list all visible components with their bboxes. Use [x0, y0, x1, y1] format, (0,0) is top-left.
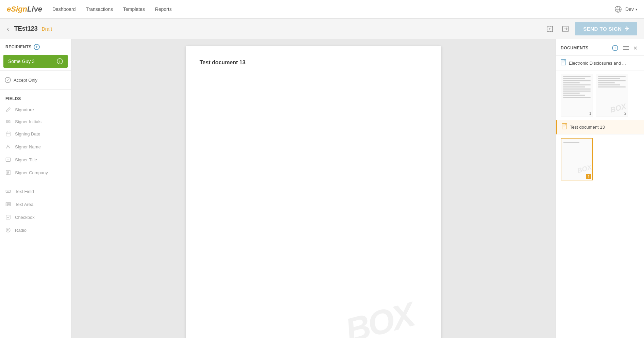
field-signer-company[interactable]: Signer Company	[0, 166, 71, 179]
thumbnail-disclosures-page1[interactable]: 1	[561, 74, 593, 116]
nav-templates[interactable]: Templates	[123, 6, 145, 12]
svg-point-9	[7, 145, 9, 147]
svg-rect-10	[6, 158, 10, 162]
thumb-line	[598, 82, 615, 83]
field-signer-title[interactable]: Signer Title	[0, 153, 71, 166]
language-icon[interactable]	[614, 5, 622, 13]
add-recipient-button[interactable]: +	[34, 44, 40, 50]
document-entry-disclosures-header[interactable]: Electronic Disclosures and ...	[556, 56, 644, 70]
recipient-name: Some Guy 3	[8, 59, 35, 64]
field-checkbox[interactable]: Checkbox	[0, 211, 71, 224]
thumb-line	[598, 76, 626, 77]
menu-icon	[623, 46, 629, 50]
badge-icon	[5, 156, 12, 163]
field-text-area-label: Text Area	[15, 202, 33, 207]
thumb-line	[598, 80, 626, 81]
sidebar-divider-2	[0, 89, 71, 90]
field-signer-title-label: Signer Title	[15, 157, 37, 162]
documents-panel-title: DOCUMENTS	[561, 46, 610, 50]
field-signature-label: Signature	[15, 107, 34, 112]
send-to-sign-label: SEND TO SIGN	[583, 26, 622, 32]
field-signing-date[interactable]: Signing Date	[0, 127, 71, 140]
field-text-area[interactable]: Text Area	[0, 198, 71, 211]
thumb-line	[563, 86, 585, 87]
building-icon	[5, 169, 12, 176]
check-circle-icon: ✓	[5, 77, 11, 83]
svg-rect-18	[6, 215, 10, 219]
logo-sign: Sign	[11, 5, 27, 13]
sub-actions: SEND TO SIGN ✈	[544, 22, 637, 35]
document-name-testdoc13: Test document 13	[570, 125, 605, 130]
nav-dashboard[interactable]: Dashboard	[52, 6, 76, 12]
svg-rect-22	[562, 124, 567, 129]
sidebar-divider-3	[0, 182, 71, 182]
field-signature[interactable]: Signature	[0, 103, 71, 116]
field-initials-label: Signer Initials	[15, 119, 41, 124]
recipients-label: RECIPIENTS	[5, 45, 32, 49]
add-document-icon: +	[614, 46, 616, 50]
add-document-button[interactable]: +	[612, 45, 618, 51]
close-icon: ✕	[633, 45, 638, 51]
thumb-line	[563, 93, 580, 94]
user-name: Dev	[625, 6, 634, 12]
thumb-line	[563, 95, 585, 96]
thumb-watermark-active: BOX	[576, 163, 592, 175]
nav-reports[interactable]: Reports	[155, 6, 172, 12]
document-viewer: Test document 13 BOX	[71, 39, 556, 338]
thumb-line	[598, 86, 626, 87]
thumb-line	[563, 88, 591, 90]
main-layout: RECIPIENTS + Some Guy 3 i ✓ Accept Only …	[0, 39, 644, 338]
fields-label: FIELDS	[5, 96, 21, 101]
radio-icon	[5, 227, 12, 234]
thumb-line	[563, 142, 579, 143]
field-signer-name[interactable]: Signer Name	[0, 140, 71, 153]
share-icon-btn[interactable]	[559, 23, 572, 35]
fields-section-header: FIELDS	[0, 92, 71, 103]
field-signer-initials[interactable]: SG Signer Initials	[0, 116, 71, 127]
thumbnail-disclosures-page2[interactable]: BOX 2	[596, 74, 628, 116]
field-text-field-label: Text Field	[15, 189, 34, 194]
nav-transactions[interactable]: Transactions	[86, 6, 113, 12]
documents-panel-header: DOCUMENTS + ✕	[556, 39, 644, 56]
document-file-icon	[561, 59, 566, 67]
close-panel-button[interactable]: ✕	[631, 44, 639, 52]
thumb-line	[563, 91, 591, 92]
back-icon: ‹	[7, 25, 9, 33]
document-entry-testdoc13-header[interactable]: Test document 13	[556, 120, 644, 134]
thumbnail-content	[561, 74, 593, 101]
thumbnail-testdoc13-page1[interactable]: BOX 1	[561, 138, 593, 180]
page-number: 2	[624, 111, 626, 115]
documents-menu-button[interactable]	[623, 46, 629, 50]
logo-e: e	[7, 5, 11, 13]
field-signer-company-label: Signer Company	[15, 170, 48, 175]
sg-icon: SG	[5, 120, 12, 124]
send-to-sign-button[interactable]: SEND TO SIGN ✈	[575, 22, 637, 35]
top-navigation: eSignLive Dashboard Transactions Templat…	[0, 0, 644, 19]
thumb-line	[563, 76, 591, 77]
user-menu[interactable]: Dev ▾	[625, 6, 637, 12]
svg-point-20	[7, 229, 9, 231]
logo[interactable]: eSignLive	[7, 5, 42, 14]
field-text-field[interactable]: Text Field	[0, 185, 71, 198]
document-file-icon-active	[562, 123, 567, 131]
add-recipient-icon: +	[35, 45, 38, 49]
thumbnail-content	[561, 139, 592, 146]
documents-panel: DOCUMENTS + ✕	[556, 39, 644, 338]
document-thumbnails-testdoc13: BOX 1	[556, 134, 644, 184]
document-title: Test document 13	[200, 60, 427, 66]
settings-icon-btn[interactable]	[544, 23, 556, 35]
document-name-disclosures: Electronic Disclosures and ...	[569, 61, 626, 66]
thumb-line	[563, 80, 591, 81]
thumb-line	[563, 97, 591, 98]
svg-rect-5	[6, 132, 10, 136]
person-icon	[5, 143, 12, 150]
recipient-info-icon[interactable]: i	[57, 58, 63, 64]
accept-only-item[interactable]: ✓ Accept Only	[0, 74, 71, 86]
field-radio[interactable]: Radio	[0, 224, 71, 237]
document-thumbnails-disclosures: 1 BOX 2	[556, 70, 644, 120]
svg-rect-21	[561, 60, 566, 65]
thumb-line	[598, 84, 620, 85]
back-button[interactable]: ‹	[7, 25, 9, 33]
recipients-section-header: RECIPIENTS +	[0, 39, 71, 53]
recipient-item-someguy3[interactable]: Some Guy 3 i	[3, 55, 68, 68]
